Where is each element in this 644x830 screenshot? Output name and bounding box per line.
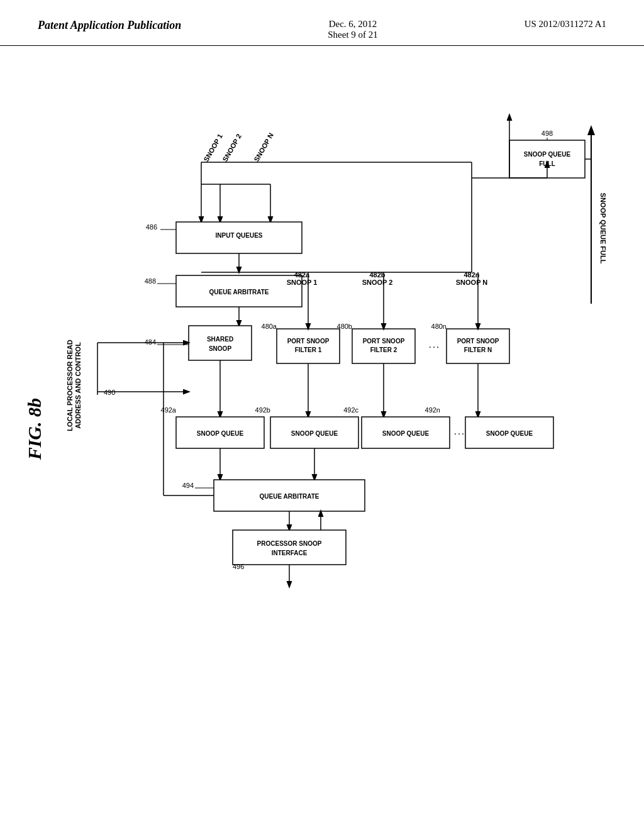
svg-text:SNOOP 1: SNOOP 1 [287,279,318,286]
svg-text:482n: 482n [464,271,479,279]
svg-text:480b: 480b [337,323,352,330]
svg-text:SNOOP QUEUE: SNOOP QUEUE [486,430,533,437]
svg-rect-85 [233,530,346,565]
svg-text:SHARED: SHARED [207,336,233,343]
svg-text:PORT SNOOP: PORT SNOOP [363,338,405,345]
svg-text:QUEUE ARBITRATE: QUEUE ARBITRATE [260,493,319,500]
svg-text:LOCAL PROCESSOR READ: LOCAL PROCESSOR READ [66,340,74,431]
svg-text:FILTER 1: FILTER 1 [295,346,322,353]
svg-text:492n: 492n [425,406,440,414]
svg-text:SNOOP N: SNOOP N [252,131,275,163]
svg-text:SNOOP 2: SNOOP 2 [362,279,393,286]
svg-text:492b: 492b [255,406,270,414]
svg-text:486: 486 [146,223,157,231]
svg-text:ADDRESS AND CONTROL: ADDRESS AND CONTROL [74,342,82,429]
svg-text:. . .: . . . [429,341,438,349]
svg-text:PORT SNOOP: PORT SNOOP [287,338,330,345]
diagram-area: FIG. 8b text { font-family: Arial, sans-… [0,46,644,826]
svg-text:488: 488 [145,277,156,285]
svg-text:SNOOP N: SNOOP N [456,279,488,286]
svg-text:480a: 480a [262,323,277,330]
svg-text:SNOOP QUEUE: SNOOP QUEUE [291,430,338,437]
svg-text:SNOOP: SNOOP [209,345,231,352]
svg-text:SNOOP QUEUE: SNOOP QUEUE [382,430,430,437]
svg-text:480n: 480n [431,323,447,330]
svg-text:498: 498 [541,130,553,137]
page-header: Patent Application Publication Dec. 6, 2… [0,0,644,46]
svg-text:PROCESSOR SNOOP: PROCESSOR SNOOP [257,540,322,547]
svg-text:484: 484 [145,338,156,346]
svg-text:INPUT QUEUES: INPUT QUEUES [215,232,262,239]
svg-text:SNOOP QUEUE FULL: SNOOP QUEUE FULL [599,193,607,264]
sheet-info: Sheet 9 of 21 [328,30,378,40]
svg-text:482b: 482b [369,271,385,279]
svg-text:FILTER N: FILTER N [464,346,492,353]
svg-text:SNOOP 2: SNOOP 2 [221,133,243,163]
header-center: Dec. 6, 2012 Sheet 9 of 21 [328,19,378,40]
svg-text:SNOOP 1: SNOOP 1 [202,133,224,163]
svg-text:494: 494 [182,482,194,489]
svg-text:. . .: . . . [454,428,464,436]
patent-number: US 2012/0311272 A1 [525,19,606,30]
publication-title: Patent Application Publication [38,19,181,32]
svg-text:SNOOP QUEUE: SNOOP QUEUE [524,151,571,158]
svg-rect-30 [189,326,252,360]
diagram-svg: text { font-family: Arial, sans-serif; f… [0,46,644,826]
svg-text:496: 496 [233,563,244,570]
svg-text:FILTER 2: FILTER 2 [370,346,397,353]
svg-text:INTERFACE: INTERFACE [272,550,308,556]
date: Dec. 6, 2012 [328,19,378,30]
svg-text:490: 490 [104,389,115,396]
svg-text:PORT SNOOP: PORT SNOOP [457,338,499,345]
svg-text:QUEUE ARBITRATE: QUEUE ARBITRATE [209,289,269,296]
svg-text:492c: 492c [343,406,358,414]
svg-text:SNOOP QUEUE: SNOOP QUEUE [197,430,244,437]
